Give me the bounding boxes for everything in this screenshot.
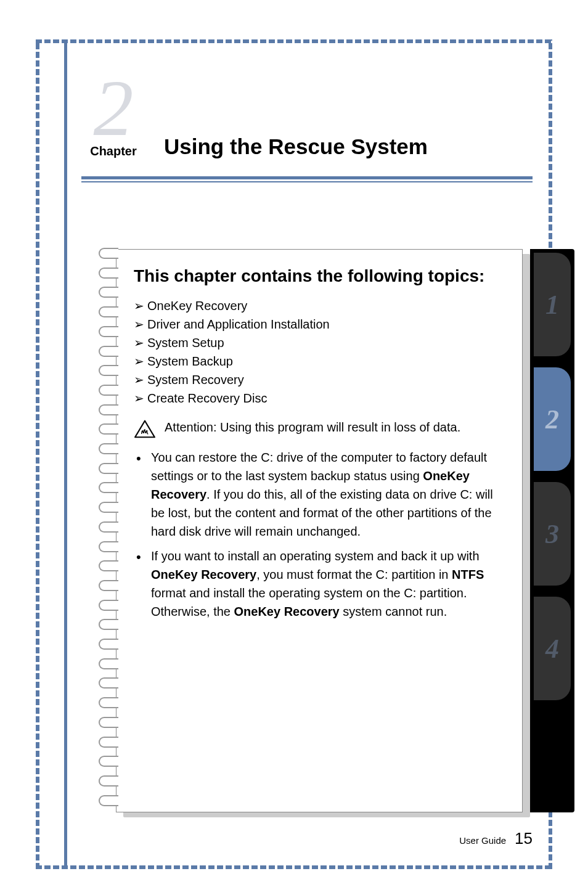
side-tab-4[interactable]: 4 <box>534 597 571 700</box>
spiral-ring <box>99 346 118 357</box>
topic-item: OneKey Recovery <box>134 296 505 315</box>
content-box: This chapter contains the following topi… <box>116 249 523 812</box>
text-segment: system cannot run. <box>340 605 447 618</box>
text-segment: If you want to install an operating syst… <box>151 549 480 563</box>
spiral-ring <box>99 404 118 415</box>
bullet-list: You can restore the C: drive of the comp… <box>134 448 505 621</box>
chapter-title-wrap: Using the Rescue System <box>164 134 533 159</box>
page-border-left <box>36 39 39 869</box>
tab-number: 4 <box>545 633 559 664</box>
attention-icon <box>134 420 156 438</box>
footer-page-number: 15 <box>515 829 533 848</box>
spiral-ring <box>99 423 118 435</box>
spiral-ring <box>99 795 118 806</box>
topic-item: Create Recovery Disc <box>134 389 505 407</box>
spiral-ring <box>99 756 118 767</box>
spiral-ring <box>99 541 118 552</box>
spiral-ring <box>99 306 118 317</box>
page-border-top <box>36 39 552 43</box>
bold-term: NTFS <box>452 568 484 581</box>
spiral-ring <box>99 482 118 493</box>
page-vertical-rule <box>64 43 67 865</box>
bold-term: OneKey Recovery <box>151 568 256 581</box>
topic-item: System Recovery <box>134 370 505 389</box>
spiral-ring <box>99 502 118 513</box>
spiral-ring <box>99 521 118 533</box>
topics-heading: This chapter contains the following topi… <box>134 264 505 288</box>
topic-item: Driver and Application Installation <box>134 315 505 333</box>
spiral-ring <box>99 268 118 279</box>
chapter-number: 2 <box>76 68 150 148</box>
svg-marker-0 <box>135 421 155 437</box>
tab-number: 3 <box>545 518 559 550</box>
spiral-ring <box>99 443 118 454</box>
chapter-badge: 2 Chapter <box>76 68 150 158</box>
attention-block: Attention: Using this program will resul… <box>134 419 505 438</box>
spiral-ring <box>99 619 118 630</box>
tab-number: 1 <box>545 289 559 321</box>
spiral-ring <box>99 658 118 669</box>
spiral-binding <box>99 240 122 814</box>
spiral-ring <box>99 287 118 298</box>
topics-list: OneKey Recovery Driver and Application I… <box>134 296 505 407</box>
spiral-ring <box>99 248 118 259</box>
spiral-ring <box>99 580 118 591</box>
spiral-ring <box>99 717 118 728</box>
page-footer: User Guide 15 <box>459 829 533 848</box>
chapter-title: Using the Rescue System <box>164 134 533 159</box>
spiral-ring <box>99 365 118 376</box>
bullet-item: You can restore the C: drive of the comp… <box>134 448 505 541</box>
bold-term: OneKey Recovery <box>234 605 340 618</box>
spiral-ring <box>99 775 118 787</box>
title-rule-thick <box>81 176 533 179</box>
side-tab-1[interactable]: 1 <box>534 253 571 356</box>
spiral-ring <box>99 639 118 650</box>
spiral-ring <box>99 677 118 689</box>
bullet-item: If you want to install an operating syst… <box>134 547 505 621</box>
spiral-ring <box>99 600 118 611</box>
spiral-ring <box>99 560 118 571</box>
topic-item: System Setup <box>134 333 505 352</box>
side-tabs: 1 2 3 4 <box>530 249 574 812</box>
attention-text: Attention: Using this program will resul… <box>165 419 460 436</box>
spiral-ring <box>99 463 118 474</box>
page-border-bottom <box>36 865 552 869</box>
spiral-ring <box>99 737 118 748</box>
side-tab-2[interactable]: 2 <box>534 367 571 471</box>
chapter-label: Chapter <box>76 144 150 158</box>
tab-number: 2 <box>545 404 559 435</box>
spiral-ring <box>99 326 118 337</box>
side-tab-3[interactable]: 3 <box>534 482 571 586</box>
spiral-ring <box>99 697 118 708</box>
text-segment: , you must format the C: partition in <box>256 568 452 581</box>
topic-item: System Backup <box>134 352 505 370</box>
title-rule-thin <box>81 181 533 182</box>
spiral-ring <box>99 385 118 396</box>
footer-guide-label: User Guide <box>459 835 506 846</box>
